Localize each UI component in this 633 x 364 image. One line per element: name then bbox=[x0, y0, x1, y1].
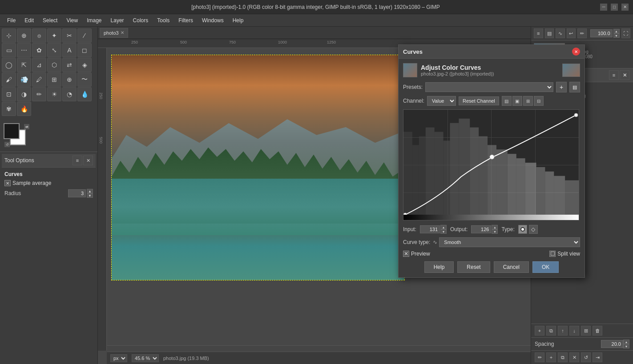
menu-file[interactable]: File bbox=[4, 16, 19, 25]
tool-scale[interactable]: ⇱ bbox=[17, 58, 31, 72]
cancel-button[interactable]: Cancel bbox=[494, 261, 529, 273]
menu-filters[interactable]: Filters bbox=[175, 16, 197, 25]
preview-x-icon[interactable]: ✕ bbox=[403, 251, 409, 257]
menu-tools[interactable]: Tools bbox=[153, 16, 173, 25]
tool-fuzzy-sel[interactable]: ✿ bbox=[32, 43, 46, 57]
export-icon[interactable]: ⇥ bbox=[593, 352, 602, 362]
new-icon[interactable]: + bbox=[546, 352, 556, 362]
channel-expand-icon[interactable]: ⊞ bbox=[523, 96, 533, 106]
paths-icon[interactable]: ∿ bbox=[556, 28, 565, 38]
input-spin-up[interactable]: ▲ bbox=[440, 225, 447, 229]
input-spin-down[interactable]: ▼ bbox=[440, 229, 447, 234]
help-button[interactable]: Help bbox=[424, 261, 454, 273]
layers-icon[interactable]: ≡ bbox=[534, 28, 543, 38]
move-layer-down-icon[interactable]: ↓ bbox=[569, 326, 579, 336]
minimize-button[interactable]: ─ bbox=[600, 4, 607, 11]
channel-collapse-icon[interactable]: ⊟ bbox=[534, 96, 544, 106]
tool-free-sel[interactable]: ⋯ bbox=[17, 43, 31, 57]
canvas-tab-photo3[interactable]: photo3 ✕ bbox=[100, 28, 128, 38]
menu-layer[interactable]: Layer bbox=[107, 16, 128, 25]
fullscreen-icon[interactable]: ⛶ bbox=[621, 28, 631, 38]
duplicate-icon[interactable]: ⧉ bbox=[558, 352, 568, 362]
curvetype-select[interactable]: Smooth Linear bbox=[439, 237, 580, 247]
split-view-checkbox[interactable]: ☐ bbox=[549, 251, 556, 257]
zoom-spin-down[interactable]: ▼ bbox=[613, 33, 620, 38]
tool-shear[interactable]: ⊿ bbox=[32, 58, 46, 72]
radius-spin-down[interactable]: ▼ bbox=[87, 193, 93, 198]
tool-heal[interactable]: ⊕ bbox=[62, 72, 77, 87]
delete-icon[interactable]: ✕ bbox=[569, 352, 579, 362]
spacing-input[interactable] bbox=[601, 340, 623, 348]
tool-flip[interactable]: ⇄ bbox=[62, 58, 77, 72]
channels-icon[interactable]: ▤ bbox=[545, 28, 554, 38]
unit-select[interactable]: px bbox=[110, 354, 127, 362]
menu-image[interactable]: Image bbox=[83, 16, 105, 25]
tool-crop[interactable]: ✂ bbox=[62, 28, 77, 43]
type-smooth-dot-icon[interactable] bbox=[518, 225, 527, 234]
tool-pencil[interactable]: ✏ bbox=[32, 87, 46, 101]
refresh-icon[interactable]: ↺ bbox=[581, 352, 591, 362]
radius-input[interactable] bbox=[68, 189, 86, 197]
new-layer-icon[interactable]: + bbox=[535, 326, 544, 336]
sample-average-checkbox[interactable]: ✕ bbox=[4, 180, 11, 186]
menu-help[interactable]: Help bbox=[229, 16, 247, 25]
curves-close-button[interactable]: ✕ bbox=[572, 48, 580, 56]
menu-windows[interactable]: Windows bbox=[198, 16, 227, 25]
close-button[interactable]: ✕ bbox=[621, 4, 629, 11]
move-layer-up-icon[interactable]: ↑ bbox=[558, 326, 568, 336]
spacing-spin-up[interactable]: ▲ bbox=[623, 340, 629, 344]
tool-paintbrush[interactable]: 🖌 bbox=[2, 72, 16, 87]
channel-log-icon[interactable]: ▣ bbox=[512, 96, 522, 106]
duplicate-layer-icon[interactable]: ⧉ bbox=[546, 326, 556, 336]
tool-cursor[interactable]: ⊹ bbox=[2, 28, 16, 43]
radius-spin-up[interactable]: ▲ bbox=[87, 189, 93, 193]
tool-transform[interactable]: ⤡ bbox=[47, 43, 61, 57]
delete-layer-icon[interactable]: 🗑 bbox=[593, 326, 602, 336]
tool-rect-sel[interactable]: ▭ bbox=[2, 43, 16, 57]
tool-smudge[interactable]: 〜 bbox=[77, 72, 92, 87]
tool-options-menu-icon[interactable]: ≡ bbox=[73, 156, 82, 165]
zoom-input[interactable] bbox=[590, 29, 613, 37]
tool-persp[interactable]: ⬡ bbox=[47, 58, 61, 72]
output-value[interactable] bbox=[471, 225, 491, 233]
preset-menu-icon[interactable]: ▤ bbox=[569, 82, 580, 92]
tool-eraser[interactable]: ◻ bbox=[77, 43, 92, 57]
tool-freehand[interactable]: 🔥 bbox=[17, 102, 31, 116]
tool-text[interactable]: A bbox=[62, 43, 77, 57]
menu-view[interactable]: View bbox=[63, 16, 81, 25]
output-spin-down[interactable]: ▼ bbox=[492, 229, 498, 234]
tool-options-close-icon[interactable]: ✕ bbox=[83, 156, 93, 165]
tool-path[interactable]: ✾ bbox=[2, 102, 16, 116]
tool-airbrush[interactable]: 💨 bbox=[17, 72, 31, 87]
tool-burn[interactable]: ◔ bbox=[62, 87, 77, 101]
menu-edit[interactable]: Edit bbox=[21, 16, 37, 25]
reset-button[interactable]: Reset bbox=[457, 261, 490, 273]
channel-linear-icon[interactable]: ▤ bbox=[502, 96, 512, 106]
presets-select[interactable] bbox=[425, 82, 553, 92]
channel-select[interactable]: Value Red Green Blue Alpha bbox=[427, 96, 456, 106]
ok-button[interactable]: OK bbox=[532, 261, 559, 273]
maximize-button[interactable]: □ bbox=[611, 4, 618, 11]
tool-dodge[interactable]: ☀ bbox=[47, 87, 61, 101]
layers-menu-icon[interactable]: ≡ bbox=[609, 70, 619, 80]
tool-ellipse-sel[interactable]: ◯ bbox=[2, 58, 16, 72]
menu-colors[interactable]: Colors bbox=[129, 16, 152, 25]
reset-channel-button[interactable]: Reset Channel bbox=[459, 96, 499, 105]
spacing-spin-down[interactable]: ▼ bbox=[623, 344, 629, 348]
menu-select[interactable]: Select bbox=[39, 16, 61, 25]
reset-colors-icon[interactable]: ↺ bbox=[4, 142, 10, 147]
zoom-spin-up[interactable]: ▲ bbox=[613, 29, 620, 33]
tool-colorpick[interactable]: 💧 bbox=[77, 87, 92, 101]
curves-graph[interactable] bbox=[403, 109, 579, 220]
tool-bucket[interactable]: ⊡ bbox=[2, 87, 16, 101]
edit-icon[interactable]: ✏ bbox=[535, 352, 544, 362]
tool-blend[interactable]: ◑ bbox=[17, 87, 31, 101]
tool-ink[interactable]: 🖊 bbox=[32, 72, 46, 87]
zoom-select[interactable]: 45.6 % bbox=[132, 354, 159, 362]
tool-magic[interactable]: ✦ bbox=[47, 28, 61, 43]
tool-cage[interactable]: ◈ bbox=[77, 58, 92, 72]
tool-lasso[interactable]: ⌾ bbox=[32, 28, 46, 43]
merge-layers-icon[interactable]: ⊞ bbox=[581, 326, 591, 336]
tool-zoom[interactable]: ⊕ bbox=[17, 28, 31, 43]
foreground-color-swatch[interactable] bbox=[4, 123, 20, 139]
